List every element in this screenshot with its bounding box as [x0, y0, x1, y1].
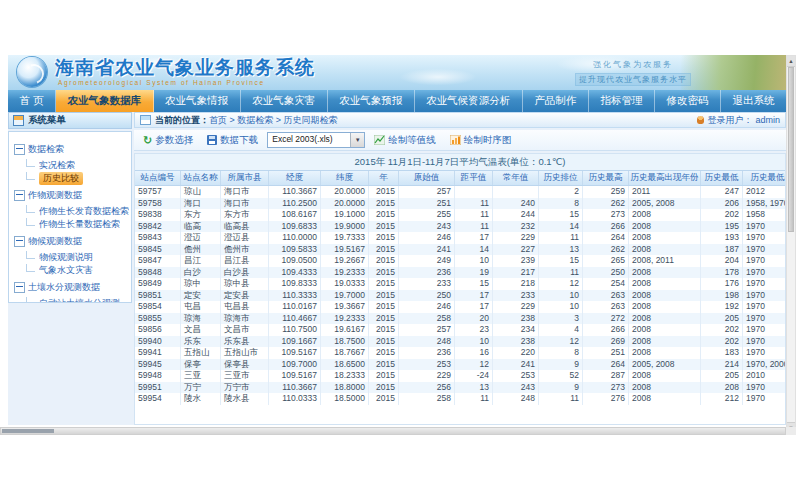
table-cell: 253	[493, 370, 539, 382]
table-cell: 2008	[629, 313, 701, 325]
tree-group-3[interactable]: 土壤水分观测数据	[14, 281, 129, 294]
table-row-2[interactable]: 59838东方东方市108.616719.1000201525511244152…	[135, 209, 786, 221]
table-cell: 110.3333	[269, 290, 321, 302]
sidebar-item-2-0[interactable]: 物候观测说明	[23, 251, 129, 264]
table-row-13[interactable]: 59940乐东乐东县109.166718.7500201524810238122…	[135, 336, 786, 348]
table-cell: 109.5167	[269, 370, 321, 382]
table-row-15[interactable]: 59945保亭保亭县109.700018.6500201525312241926…	[135, 359, 786, 371]
table-cell: 234	[493, 324, 539, 336]
sidebar-item-0-1[interactable]: 历史比较	[23, 172, 129, 185]
table-row-4[interactable]: 59843澄迈澄迈县110.000019.7333201524617229112…	[135, 232, 786, 244]
horizontal-scrollbar-thumb[interactable]	[2, 429, 54, 433]
table-cell: 2010	[743, 370, 786, 382]
nav-tab-5[interactable]: 农业气候资源分析	[415, 90, 523, 112]
table-cell: 193	[701, 232, 743, 244]
sidebar-item-2-1[interactable]: 气象水文灾害	[23, 264, 129, 277]
sidebar-item-1-1[interactable]: 作物生长量数据检索	[23, 218, 129, 231]
param-select-button[interactable]: ↻ 参数选择	[138, 134, 198, 147]
table-cell: 五指山	[181, 347, 221, 359]
table-cell: 1970	[743, 313, 786, 325]
table-row-8[interactable]: 59849琼中琼中县109.833319.0333201523315218122…	[135, 278, 786, 290]
table-cell: 2015	[369, 267, 399, 279]
nav-tab-4[interactable]: 农业气象预报	[328, 90, 415, 112]
table-row-0[interactable]: 59757琼山海口市110.366720.0000201525722592011…	[135, 186, 786, 198]
tree-group-2[interactable]: 物候观测数据	[14, 235, 129, 248]
table-row-7[interactable]: 59848白沙白沙县109.433319.2333201523619217112…	[135, 267, 786, 279]
header-slogan: 强化气象为农服务 提升现代农业气象服务水平	[575, 59, 691, 86]
collapse-icon[interactable]	[14, 190, 25, 201]
draw-contour-button[interactable]: 绘制等值线	[369, 134, 441, 147]
table-row-5[interactable]: 59845儋州儋州市109.583319.5167201524114227132…	[135, 244, 786, 256]
table-cell: 206	[701, 198, 743, 210]
collapse-icon[interactable]	[14, 236, 25, 247]
table-row-6[interactable]: 59847昌江昌江县109.050019.2667201524910239152…	[135, 255, 786, 267]
nav-tab-2[interactable]: 农业气象情报	[154, 90, 241, 112]
table-cell: 246	[399, 301, 455, 313]
table-cell: 琼山	[181, 186, 221, 198]
table-cell: 232	[493, 221, 539, 233]
table-row-10[interactable]: 59854屯昌屯昌县110.016719.3667201524617229102…	[135, 301, 786, 313]
table-row-14[interactable]: 59941五指山五指山市109.516718.76672015236162208…	[135, 347, 786, 359]
table-cell: 205	[701, 370, 743, 382]
chevron-down-icon[interactable]: ▼	[350, 133, 364, 147]
table-cell: 9	[539, 382, 583, 394]
app-subtitle: Agrometeorological System of Hainan Prov…	[55, 80, 315, 87]
tree-connector	[26, 297, 35, 303]
collapse-icon[interactable]	[14, 282, 25, 293]
slogan-line2: 提升现代农业气象服务水平	[575, 73, 691, 86]
table-cell: 2015	[369, 336, 399, 348]
data-download-button[interactable]: 数据下载	[202, 134, 263, 147]
table-cell: 59757	[135, 186, 181, 198]
nav-tab-9[interactable]: 退出系统	[721, 90, 786, 112]
collapse-icon[interactable]	[14, 144, 25, 155]
nav-tab-7[interactable]: 指标管理	[589, 90, 655, 112]
nav-tab-0[interactable]: 首 页	[8, 90, 56, 112]
table-cell: 233	[493, 290, 539, 302]
table-cell: 2008	[629, 382, 701, 394]
table-cell: 2012	[743, 186, 786, 198]
table-cell: 16	[455, 347, 493, 359]
table-row-17[interactable]: 59951万宁万宁市110.366718.8000201525613243927…	[135, 382, 786, 394]
table-row-18[interactable]: 59954陵水陵水县110.033318.5000201525811248112…	[135, 393, 786, 405]
table-cell: 11	[455, 393, 493, 405]
table-cell: 8	[539, 347, 583, 359]
table-cell: 2008	[629, 267, 701, 279]
table-cell: 13	[539, 244, 583, 256]
table-cell	[493, 186, 539, 198]
nav-tab-3[interactable]: 农业气象灾害	[241, 90, 328, 112]
draw-timeseries-label: 绘制时序图	[464, 134, 512, 147]
table-row-3[interactable]: 59842临高临高县109.683319.9000201524311232142…	[135, 221, 786, 233]
export-format-dropdown[interactable]: Excel 2003(.xls) ▼	[267, 132, 365, 148]
scroll-up-icon[interactable]: ▲	[787, 56, 795, 67]
table-cell: 15	[455, 278, 493, 290]
nav-tab-1[interactable]: 农业气象数据库	[56, 90, 154, 112]
table-cell: 109.1667	[269, 336, 321, 348]
sidebar-item-1-0[interactable]: 作物生长发育数据检索	[23, 205, 129, 218]
nav-tab-6[interactable]: 产品制作	[523, 90, 589, 112]
table-row-16[interactable]: 59948三亚三亚市109.516718.23332015229-2425352…	[135, 370, 786, 382]
table-cell: 1958, 1970	[743, 198, 786, 210]
table-cell: 218	[493, 278, 539, 290]
table-cell: 1970	[743, 393, 786, 405]
table-cell: 19.1000	[321, 209, 369, 221]
table-cell: 227	[493, 244, 539, 256]
draw-timeseries-button[interactable]: 绘制时序图	[445, 134, 517, 147]
table-row-1[interactable]: 59758海口海口市110.250020.0000201525111240826…	[135, 198, 786, 210]
sidebar-item-3-0[interactable]: 自动站土壤水分观测	[23, 297, 129, 303]
table-cell: 2015	[369, 290, 399, 302]
table-cell: 255	[399, 209, 455, 221]
table-row-12[interactable]: 59856文昌文昌市110.750019.6167201525723234426…	[135, 324, 786, 336]
sidebar-item-0-0[interactable]: 实况检索	[23, 159, 129, 172]
tree-connector	[26, 264, 35, 272]
column-header-4: 纬度	[321, 171, 369, 185]
table-row-11[interactable]: 59855琼海琼海市110.466719.2333201525820238327…	[135, 313, 786, 325]
vertical-scrollbar[interactable]: ▲ ▼	[786, 55, 796, 434]
table-cell: 陵水	[181, 393, 221, 405]
tree-group-1[interactable]: 作物观测数据	[14, 189, 129, 202]
vertical-scrollbar-thumb[interactable]	[788, 67, 794, 232]
horizontal-scrollbar[interactable]	[0, 427, 786, 435]
table-row-9[interactable]: 59851定安定安县110.333319.7000201525017233102…	[135, 290, 786, 302]
tree-group-0[interactable]: 数据检索	[14, 143, 129, 156]
export-format-value: Excel 2003(.xls)	[268, 133, 350, 147]
nav-tab-8[interactable]: 修改密码	[655, 90, 721, 112]
